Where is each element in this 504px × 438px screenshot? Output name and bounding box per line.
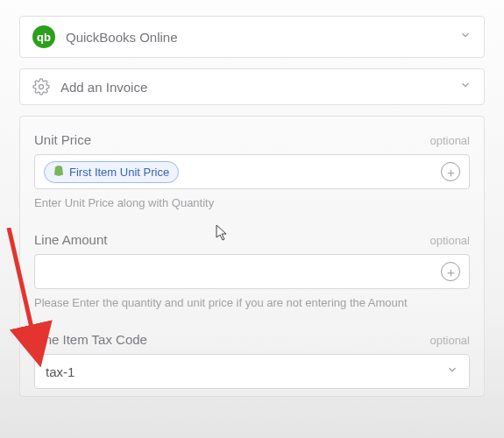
app-selector[interactable]: qb QuickBooks Online: [19, 16, 485, 58]
unit-price-optional: optional: [429, 134, 470, 147]
unit-price-pill[interactable]: First Item Unit Price: [44, 161, 179, 183]
add-value-button[interactable]: ＋: [441, 262, 460, 281]
tax-code-select[interactable]: tax-1: [34, 354, 470, 389]
line-amount-helper: Please Enter the quantity and unit price…: [34, 296, 470, 309]
tax-code-value: tax-1: [46, 364, 446, 379]
action-selector[interactable]: Add an Invoice: [19, 68, 485, 105]
add-value-button[interactable]: ＋: [441, 162, 460, 181]
field-tax-code: Line Item Tax Code optional tax-1: [34, 332, 470, 389]
tax-code-optional: optional: [429, 334, 470, 347]
svg-point-0: [39, 85, 44, 89]
unit-price-input[interactable]: First Item Unit Price ＋: [34, 154, 470, 189]
chevron-down-icon: [459, 79, 472, 95]
field-line-amount: Line Amount optional ＋ Please Enter the …: [34, 232, 470, 309]
action-selector-label: Add an Invoice: [60, 80, 449, 95]
quickbooks-icon: qb: [32, 25, 55, 48]
chevron-down-icon: [459, 29, 472, 45]
unit-price-pill-label: First Item Unit Price: [69, 166, 169, 179]
line-amount-input[interactable]: ＋: [34, 254, 470, 289]
field-unit-price: Unit Price optional First Item Unit Pric…: [34, 132, 470, 209]
unit-price-helper: Enter Unit Price along with Quantity: [34, 196, 470, 209]
line-amount-label: Line Amount: [34, 232, 107, 247]
unit-price-label: Unit Price: [34, 132, 91, 147]
shopify-icon: [53, 165, 64, 180]
app-selector-label: QuickBooks Online: [66, 30, 449, 45]
line-amount-optional: optional: [429, 234, 470, 247]
chevron-down-icon: [446, 364, 458, 379]
form-panel: Unit Price optional First Item Unit Pric…: [19, 116, 485, 397]
gear-icon: [32, 78, 50, 95]
tax-code-label: Line Item Tax Code: [34, 332, 147, 347]
